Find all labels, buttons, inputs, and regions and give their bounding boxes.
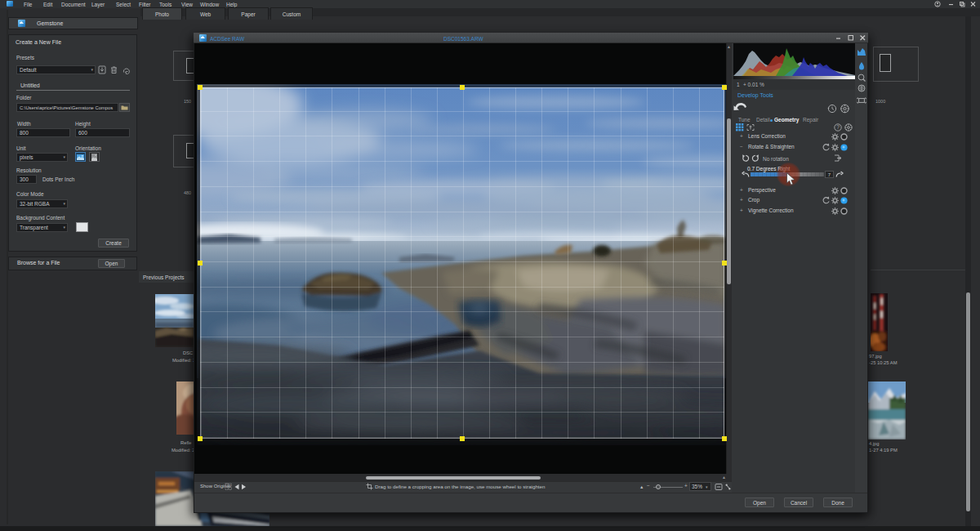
svg-text:?: ?	[836, 124, 840, 130]
